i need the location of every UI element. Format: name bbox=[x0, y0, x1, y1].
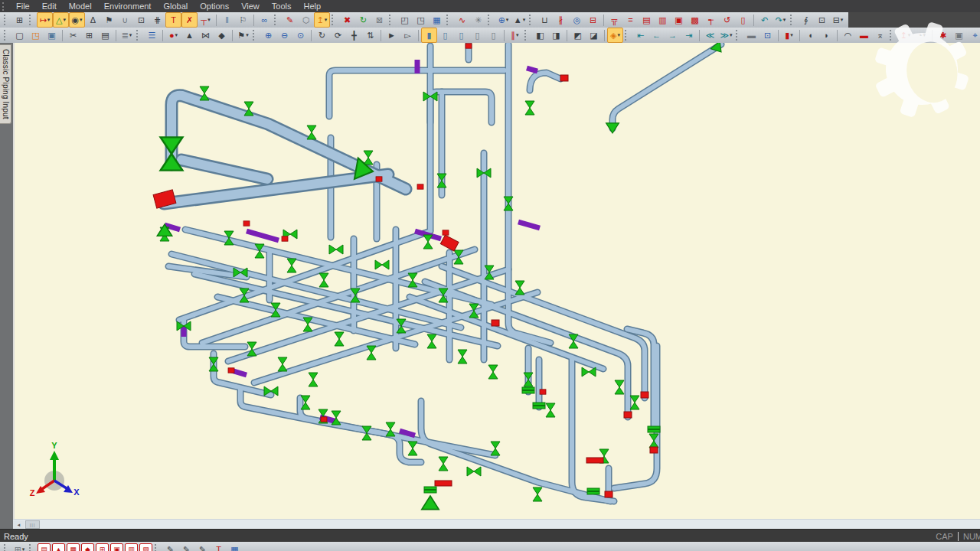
piping-model-viewport[interactable]: Y Z X bbox=[15, 43, 980, 519]
plot-peak-dropdown[interactable]: ▾ bbox=[523, 17, 526, 23]
report-4-button[interactable]: ◆ bbox=[81, 543, 94, 551]
window-cascade-button[interactable]: ⊞▾ bbox=[11, 542, 28, 551]
panel-3-button[interactable]: ▣ bbox=[671, 12, 687, 28]
menu-view[interactable]: View bbox=[235, 0, 266, 12]
parallel-pipes-button[interactable]: ‖ bbox=[219, 12, 235, 28]
wheel-red-button[interactable]: ✱ bbox=[935, 28, 951, 43]
render-wire-2-button[interactable]: ▯ bbox=[453, 28, 469, 43]
scroll-left-button[interactable]: ◂ bbox=[13, 520, 24, 529]
box-b-button[interactable]: ⊟▾ bbox=[830, 12, 846, 28]
node-numbers-button[interactable]: ◉▾ bbox=[69, 12, 85, 28]
duplicate-button[interactable]: ⊡ bbox=[133, 12, 149, 28]
view-front-button[interactable]: ◧ bbox=[532, 28, 548, 43]
tee-dropdown[interactable]: ▾ bbox=[207, 17, 211, 23]
print-button[interactable]: ≣▾ bbox=[119, 28, 135, 43]
classic-piping-input-tab[interactable]: Classic Piping Input bbox=[0, 44, 11, 124]
menu-edit[interactable]: Edit bbox=[36, 0, 63, 12]
hat-button[interactable]: ◠ bbox=[840, 28, 856, 43]
record-button[interactable]: ●▾ bbox=[165, 28, 181, 43]
record-dropdown[interactable]: ▾ bbox=[175, 32, 178, 38]
save-file-button[interactable]: ▣ bbox=[44, 28, 60, 43]
toolbar-grip[interactable] bbox=[332, 15, 336, 25]
valve-closed-button[interactable]: ◆ bbox=[214, 28, 230, 43]
restraint-bars-dropdown[interactable]: ▾ bbox=[516, 32, 519, 38]
valve-open-button[interactable]: ⋈ bbox=[198, 28, 214, 43]
car-red-button[interactable]: ▬ bbox=[856, 28, 872, 43]
delta-dimension-button[interactable]: Δ bbox=[85, 12, 101, 28]
toolbar-grip[interactable] bbox=[4, 30, 8, 41]
toolbar-grip[interactable] bbox=[253, 30, 257, 41]
toolbar-grip[interactable] bbox=[29, 15, 34, 25]
toolbar-grip[interactable] bbox=[446, 15, 451, 25]
annotate-3-button[interactable]: ✎ bbox=[194, 542, 211, 551]
walk-forward-button[interactable]: ≫▾ bbox=[718, 28, 734, 43]
print-dropdown[interactable]: ▾ bbox=[129, 32, 132, 38]
insert-element-dropdown[interactable]: ▾ bbox=[325, 17, 328, 23]
toolbar-grip[interactable] bbox=[529, 15, 534, 25]
view-top-button[interactable]: ◩ bbox=[570, 28, 586, 43]
machine-button[interactable]: ▬ bbox=[743, 28, 760, 43]
sound-left-button[interactable]: ◖ bbox=[802, 28, 818, 43]
zoom-in-button[interactable]: ⊕ bbox=[260, 28, 276, 43]
panel-2-button[interactable]: ▥ bbox=[655, 12, 671, 28]
delete-element-button[interactable]: ✖ bbox=[339, 12, 355, 28]
toolbar-grip[interactable] bbox=[890, 30, 894, 41]
toolbar-grip[interactable] bbox=[524, 30, 529, 41]
new-file-button[interactable]: ▢ bbox=[11, 28, 28, 43]
spring-hanger-button[interactable]: ∮ bbox=[798, 12, 814, 28]
box-a-button[interactable]: ⊡ bbox=[814, 12, 830, 28]
menu-options[interactable]: Options bbox=[194, 0, 235, 12]
find-node-button[interactable]: ∞ bbox=[256, 12, 273, 28]
menu-model[interactable]: Model bbox=[63, 0, 98, 12]
element-box-button[interactable]: ⬡ bbox=[298, 12, 314, 28]
node-numbers-dropdown[interactable]: ▾ bbox=[80, 17, 83, 23]
toolbar-grip[interactable] bbox=[389, 15, 394, 25]
report-1-button[interactable]: ▤ bbox=[38, 543, 51, 551]
cylinder-red-button[interactable]: ▮▾ bbox=[781, 28, 797, 43]
redo-dropdown[interactable]: ▾ bbox=[783, 17, 786, 23]
render-wire-1-button[interactable]: ▯ bbox=[437, 28, 453, 43]
gap-button[interactable]: = bbox=[622, 12, 639, 28]
last-element-button[interactable]: ⇥ bbox=[681, 28, 697, 43]
flag-button[interactable]: ⚐ bbox=[235, 12, 251, 28]
pan-view-button[interactable]: ╋ bbox=[346, 28, 362, 43]
report-6-button[interactable]: ▣ bbox=[110, 543, 123, 551]
prev-element-button[interactable]: ← bbox=[648, 28, 665, 43]
gauge-button[interactable]: ◔▾ bbox=[913, 28, 929, 43]
analysis-globe-dropdown[interactable]: ▾ bbox=[506, 17, 509, 23]
thermometer-button[interactable]: ↥▾ bbox=[897, 28, 913, 43]
panel-1-button[interactable]: ▤ bbox=[639, 12, 655, 28]
next-element-button[interactable]: → bbox=[665, 28, 681, 43]
toolbar-grip[interactable] bbox=[29, 544, 34, 551]
walk-view-button[interactable]: ⇅ bbox=[362, 28, 378, 43]
edit-pen-button[interactable]: ✎ bbox=[282, 12, 298, 28]
render-wire-4-button[interactable]: ▯ bbox=[485, 28, 501, 43]
input-list-button[interactable]: ☰ bbox=[144, 28, 160, 43]
sound-right-button[interactable]: ◗ bbox=[818, 28, 835, 43]
toolbar-grip[interactable] bbox=[488, 15, 492, 25]
gauge-dropdown[interactable]: ▾ bbox=[923, 32, 926, 38]
settings-burst-button[interactable]: ✳ bbox=[470, 12, 486, 28]
zoom-out-button[interactable]: ⊖ bbox=[276, 28, 292, 43]
refresh-model-button[interactable]: ↻ bbox=[355, 12, 371, 28]
export-up-button[interactable]: ⌅ bbox=[872, 28, 888, 43]
view-bottom-button[interactable]: ◪ bbox=[586, 28, 602, 43]
clip-button[interactable]: ∪ bbox=[117, 12, 133, 28]
insert-element-button[interactable]: ↥▾ bbox=[314, 12, 330, 28]
copy-button[interactable]: ⊞ bbox=[81, 28, 97, 43]
menu-environment[interactable]: Environment bbox=[98, 0, 158, 12]
toolbar-grip[interactable] bbox=[155, 544, 159, 551]
menu-grip[interactable] bbox=[2, 2, 7, 11]
lock-input-button[interactable]: ⊠ bbox=[371, 12, 387, 28]
report-5-button[interactable]: ⊞ bbox=[96, 543, 109, 551]
tee-button[interactable]: ┬▾ bbox=[198, 12, 214, 28]
redo-button[interactable]: ↷▾ bbox=[773, 12, 789, 28]
flag-check-dropdown[interactable]: ▾ bbox=[246, 32, 249, 38]
toolbar-grip[interactable] bbox=[736, 30, 740, 41]
split-button[interactable]: ∦ bbox=[553, 12, 569, 28]
column-button[interactable]: ▯ bbox=[735, 12, 751, 28]
node-length-button[interactable]: ↦▾ bbox=[37, 12, 53, 28]
name-board-button[interactable]: ⚑ bbox=[101, 12, 117, 28]
walk-forward-dropdown[interactable]: ▾ bbox=[730, 32, 733, 38]
target-button[interactable]: ◎ bbox=[569, 12, 585, 28]
